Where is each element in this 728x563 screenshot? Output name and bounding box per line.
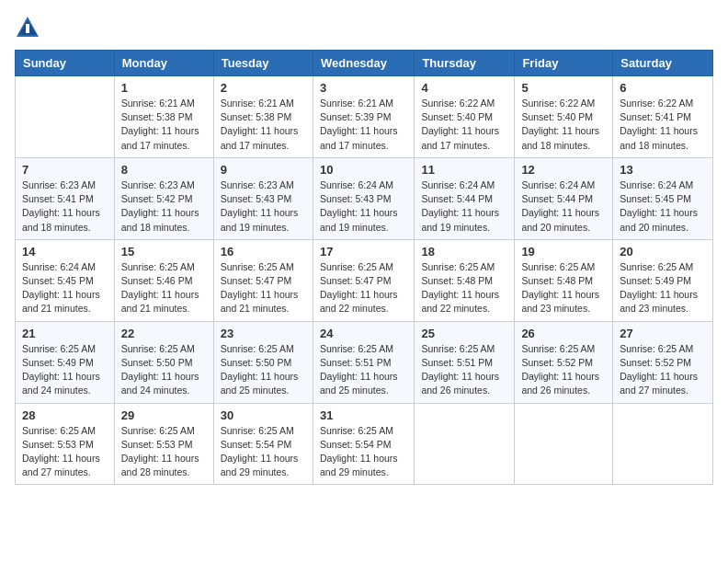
day-info: Sunrise: 6:24 AM Sunset: 5:45 PM Dayligh… <box>620 178 706 235</box>
calendar-cell <box>613 403 713 485</box>
calendar-cell: 30Sunrise: 6:25 AM Sunset: 5:54 PM Dayli… <box>213 403 313 485</box>
calendar-cell: 22Sunrise: 6:25 AM Sunset: 5:50 PM Dayli… <box>114 321 213 403</box>
calendar-cell: 15Sunrise: 6:25 AM Sunset: 5:46 PM Dayli… <box>114 239 213 321</box>
day-number: 28 <box>22 408 108 422</box>
calendar-cell: 14Sunrise: 6:24 AM Sunset: 5:45 PM Dayli… <box>16 239 115 321</box>
calendar-cell: 13Sunrise: 6:24 AM Sunset: 5:45 PM Dayli… <box>613 157 713 239</box>
calendar-cell: 17Sunrise: 6:25 AM Sunset: 5:47 PM Dayli… <box>313 239 414 321</box>
day-info: Sunrise: 6:25 AM Sunset: 5:52 PM Dayligh… <box>620 342 706 398</box>
day-info: Sunrise: 6:23 AM Sunset: 5:43 PM Dayligh… <box>221 178 306 235</box>
column-header-wednesday: Wednesday <box>313 51 414 76</box>
day-info: Sunrise: 6:21 AM Sunset: 5:38 PM Dayligh… <box>121 97 207 153</box>
day-number: 9 <box>221 163 306 177</box>
day-number: 22 <box>121 327 207 340</box>
day-number: 27 <box>620 327 706 340</box>
calendar-cell: 23Sunrise: 6:25 AM Sunset: 5:50 PM Dayli… <box>213 321 313 403</box>
day-info: Sunrise: 6:22 AM Sunset: 5:40 PM Dayligh… <box>521 97 606 153</box>
column-header-sunday: Sunday <box>16 51 115 76</box>
calendar-cell: 6Sunrise: 6:22 AM Sunset: 5:41 PM Daylig… <box>613 76 713 158</box>
day-info: Sunrise: 6:25 AM Sunset: 5:53 PM Dayligh… <box>121 424 207 480</box>
calendar-cell <box>515 403 613 485</box>
calendar-cell: 21Sunrise: 6:25 AM Sunset: 5:49 PM Dayli… <box>16 321 115 403</box>
day-info: Sunrise: 6:25 AM Sunset: 5:50 PM Dayligh… <box>221 342 306 398</box>
day-number: 12 <box>521 163 606 177</box>
day-number: 13 <box>620 163 706 177</box>
day-number: 7 <box>22 163 108 177</box>
column-header-saturday: Saturday <box>613 51 713 76</box>
day-number: 18 <box>421 245 507 259</box>
day-number: 1 <box>121 81 207 95</box>
calendar-cell: 29Sunrise: 6:25 AM Sunset: 5:53 PM Dayli… <box>114 403 213 485</box>
day-number: 6 <box>620 81 706 95</box>
calendar-cell: 25Sunrise: 6:25 AM Sunset: 5:51 PM Dayli… <box>415 321 515 403</box>
calendar-cell: 7Sunrise: 6:23 AM Sunset: 5:41 PM Daylig… <box>16 157 115 239</box>
day-info: Sunrise: 6:25 AM Sunset: 5:51 PM Dayligh… <box>421 342 507 398</box>
calendar-cell: 12Sunrise: 6:24 AM Sunset: 5:44 PM Dayli… <box>515 157 613 239</box>
day-number: 23 <box>221 327 306 340</box>
calendar-table: SundayMondayTuesdayWednesdayThursdayFrid… <box>15 50 713 485</box>
day-number: 11 <box>421 163 507 177</box>
day-info: Sunrise: 6:25 AM Sunset: 5:47 PM Dayligh… <box>320 260 407 316</box>
day-info: Sunrise: 6:22 AM Sunset: 5:41 PM Dayligh… <box>620 97 706 153</box>
day-info: Sunrise: 6:25 AM Sunset: 5:49 PM Dayligh… <box>620 260 706 316</box>
day-number: 29 <box>121 408 207 422</box>
day-info: Sunrise: 6:24 AM Sunset: 5:44 PM Dayligh… <box>421 178 507 235</box>
day-number: 2 <box>221 81 306 95</box>
calendar-cell <box>16 76 115 158</box>
calendar-cell: 16Sunrise: 6:25 AM Sunset: 5:47 PM Dayli… <box>213 239 313 321</box>
day-info: Sunrise: 6:21 AM Sunset: 5:38 PM Dayligh… <box>221 97 306 153</box>
calendar-cell: 20Sunrise: 6:25 AM Sunset: 5:49 PM Dayli… <box>613 239 713 321</box>
calendar-cell: 28Sunrise: 6:25 AM Sunset: 5:53 PM Dayli… <box>16 403 115 485</box>
calendar-cell: 3Sunrise: 6:21 AM Sunset: 5:39 PM Daylig… <box>313 76 414 158</box>
calendar-cell: 24Sunrise: 6:25 AM Sunset: 5:51 PM Dayli… <box>313 321 414 403</box>
day-number: 16 <box>221 245 306 259</box>
week-row-4: 21Sunrise: 6:25 AM Sunset: 5:49 PM Dayli… <box>16 321 713 403</box>
day-number: 10 <box>320 163 407 177</box>
day-number: 30 <box>221 408 306 422</box>
week-row-2: 7Sunrise: 6:23 AM Sunset: 5:41 PM Daylig… <box>16 157 713 239</box>
day-number: 14 <box>22 245 108 259</box>
day-number: 3 <box>320 81 407 95</box>
logo-icon <box>15 15 40 40</box>
calendar-cell: 2Sunrise: 6:21 AM Sunset: 5:38 PM Daylig… <box>213 76 313 158</box>
day-info: Sunrise: 6:25 AM Sunset: 5:47 PM Dayligh… <box>221 260 306 316</box>
calendar-cell: 18Sunrise: 6:25 AM Sunset: 5:48 PM Dayli… <box>415 239 515 321</box>
day-info: Sunrise: 6:25 AM Sunset: 5:52 PM Dayligh… <box>521 342 606 398</box>
day-number: 8 <box>121 163 207 177</box>
calendar-cell: 26Sunrise: 6:25 AM Sunset: 5:52 PM Dayli… <box>515 321 613 403</box>
day-info: Sunrise: 6:24 AM Sunset: 5:43 PM Dayligh… <box>320 178 407 235</box>
week-row-3: 14Sunrise: 6:24 AM Sunset: 5:45 PM Dayli… <box>16 239 713 321</box>
calendar-cell: 5Sunrise: 6:22 AM Sunset: 5:40 PM Daylig… <box>515 76 613 158</box>
day-info: Sunrise: 6:25 AM Sunset: 5:48 PM Dayligh… <box>521 260 606 316</box>
calendar-cell: 8Sunrise: 6:23 AM Sunset: 5:42 PM Daylig… <box>114 157 213 239</box>
day-number: 17 <box>320 245 407 259</box>
calendar-cell <box>415 403 515 485</box>
calendar-cell: 10Sunrise: 6:24 AM Sunset: 5:43 PM Dayli… <box>313 157 414 239</box>
day-info: Sunrise: 6:21 AM Sunset: 5:39 PM Dayligh… <box>320 97 407 153</box>
svg-rect-2 <box>26 24 29 33</box>
calendar-cell: 19Sunrise: 6:25 AM Sunset: 5:48 PM Dayli… <box>515 239 613 321</box>
day-number: 24 <box>320 327 407 340</box>
column-header-friday: Friday <box>515 51 613 76</box>
day-info: Sunrise: 6:25 AM Sunset: 5:54 PM Dayligh… <box>320 424 407 480</box>
calendar-cell: 9Sunrise: 6:23 AM Sunset: 5:43 PM Daylig… <box>213 157 313 239</box>
calendar-cell: 1Sunrise: 6:21 AM Sunset: 5:38 PM Daylig… <box>114 76 213 158</box>
day-info: Sunrise: 6:22 AM Sunset: 5:40 PM Dayligh… <box>421 97 507 153</box>
day-info: Sunrise: 6:25 AM Sunset: 5:46 PM Dayligh… <box>121 260 207 316</box>
day-info: Sunrise: 6:23 AM Sunset: 5:41 PM Dayligh… <box>22 178 108 235</box>
day-info: Sunrise: 6:25 AM Sunset: 5:54 PM Dayligh… <box>221 424 306 480</box>
day-info: Sunrise: 6:25 AM Sunset: 5:48 PM Dayligh… <box>421 260 507 316</box>
day-info: Sunrise: 6:24 AM Sunset: 5:45 PM Dayligh… <box>22 260 108 316</box>
day-number: 31 <box>320 408 407 422</box>
day-number: 26 <box>521 327 606 340</box>
day-info: Sunrise: 6:25 AM Sunset: 5:51 PM Dayligh… <box>320 342 407 398</box>
day-number: 15 <box>121 245 207 259</box>
calendar-cell: 27Sunrise: 6:25 AM Sunset: 5:52 PM Dayli… <box>613 321 713 403</box>
day-info: Sunrise: 6:25 AM Sunset: 5:53 PM Dayligh… <box>22 424 108 480</box>
day-info: Sunrise: 6:25 AM Sunset: 5:50 PM Dayligh… <box>121 342 207 398</box>
calendar-cell: 4Sunrise: 6:22 AM Sunset: 5:40 PM Daylig… <box>415 76 515 158</box>
logo <box>15 15 44 40</box>
day-info: Sunrise: 6:23 AM Sunset: 5:42 PM Dayligh… <box>121 178 207 235</box>
calendar-header-row: SundayMondayTuesdayWednesdayThursdayFrid… <box>16 51 713 76</box>
week-row-5: 28Sunrise: 6:25 AM Sunset: 5:53 PM Dayli… <box>16 403 713 485</box>
